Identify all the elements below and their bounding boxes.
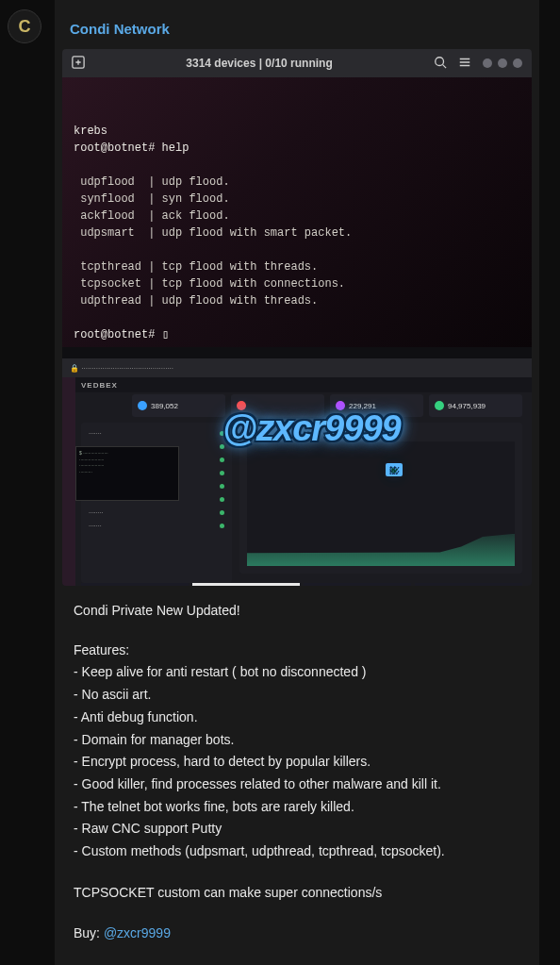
feature-item: - Anti debug function. xyxy=(74,707,520,728)
chart-area-fill xyxy=(247,534,515,566)
post-title: Condi Private New Updated! xyxy=(74,601,520,622)
term-line: udpflood | udp flood. xyxy=(80,175,229,189)
feature-item: - Custom methods (udpsmart, udpthread, t… xyxy=(74,841,520,862)
feature-item: - The telnet bot works fine, bots are ra… xyxy=(74,797,520,818)
buy-label: Buy: xyxy=(74,925,104,940)
device-status: 3314 devices | 0/10 running xyxy=(96,57,422,70)
strip-api: API xyxy=(81,583,189,586)
promo-strip: API LAYER 4 & LAYER 7 SILENTSTRESS.WTF xyxy=(81,583,522,586)
term-line: udpthread | udp flood with threads. xyxy=(80,294,318,308)
term-prompt: root@botnet# help xyxy=(74,141,189,155)
feature-item: - Encrypt process, hard to detect by pop… xyxy=(74,752,520,773)
terminal-output: krebs root@botnet# help udpflood | udp f… xyxy=(62,77,532,347)
buy-line: Buy: @zxcr9999 xyxy=(74,923,520,944)
svg-point-1 xyxy=(436,57,444,65)
term-prompt: root@botnet# xyxy=(74,328,162,341)
feature-item: - Domain for manager bots. xyxy=(74,730,520,751)
features-heading: Features: xyxy=(74,641,520,661)
dash-sidebar xyxy=(62,377,75,586)
feature-item: - Keep alive for anti restart ( bot no d… xyxy=(74,662,520,683)
strip-site: SILENTSTRESS.WTF xyxy=(415,583,522,586)
tv-badge-icon: tv xyxy=(386,463,403,476)
feature-item: - Good killer, find processes related to… xyxy=(74,774,520,795)
term-line: ackflood | ack flood. xyxy=(80,209,229,223)
dash-brand-bar: VEDBEX xyxy=(62,377,532,392)
stat-value: 94,975,939 xyxy=(448,402,486,410)
buy-handle-link[interactable]: @zxcr9999 xyxy=(104,925,171,940)
stat-value: 389,052 xyxy=(151,402,178,410)
brand-label: VEDBEX xyxy=(81,381,118,390)
message-header: Condi Network xyxy=(55,0,539,49)
menu-icon[interactable] xyxy=(458,56,471,72)
term-user: krebs xyxy=(74,125,107,138)
browser-bar: 🔒 ······································… xyxy=(62,358,532,377)
stat-card: 94,975,939 xyxy=(429,394,522,417)
channel-avatar[interactable]: C xyxy=(8,9,41,43)
strip-layers: LAYER 4 & LAYER 7 xyxy=(192,583,300,586)
post-note: TCPSOCKET custom can make super connecti… xyxy=(74,883,520,904)
term-line: synflood | syn flood. xyxy=(80,192,229,206)
embedded-screenshot: 3314 devices | 0/10 running krebs root@b… xyxy=(62,49,532,586)
dashboard-screenshot: 🔒 ······································… xyxy=(62,347,532,586)
feature-item: - No ascii art. xyxy=(74,685,520,706)
term-line: tcpsocket | tcp flood with connections. xyxy=(80,277,345,291)
dash-mini-terminal: $ ······································… xyxy=(75,446,179,501)
message-card: Condi Network 3314 devices | 0/10 runnin… xyxy=(55,0,539,965)
post-body: Condi Private New Updated! Features: - K… xyxy=(55,586,539,965)
feature-item: - Raw CNC support Putty xyxy=(74,819,520,840)
overflow-dots[interactable] xyxy=(483,58,522,68)
channel-name-link[interactable]: Condi Network xyxy=(70,21,170,37)
stat-dot-icon xyxy=(435,401,444,410)
term-line: udpsmart | udp flood with smart packet. xyxy=(80,226,352,240)
watermark-handle: @zxcr9999 tv xyxy=(222,408,401,449)
stat-dot-icon xyxy=(138,401,147,410)
strip-blank xyxy=(304,583,411,586)
plus-icon[interactable] xyxy=(72,56,85,72)
avatar-letter: C xyxy=(19,17,31,37)
app-toolbar: 3314 devices | 0/10 running xyxy=(62,49,532,77)
stat-card: 389,052 xyxy=(132,394,225,417)
term-line: tcpthread | tcp flood with threads. xyxy=(80,260,318,274)
search-icon[interactable] xyxy=(434,56,447,72)
